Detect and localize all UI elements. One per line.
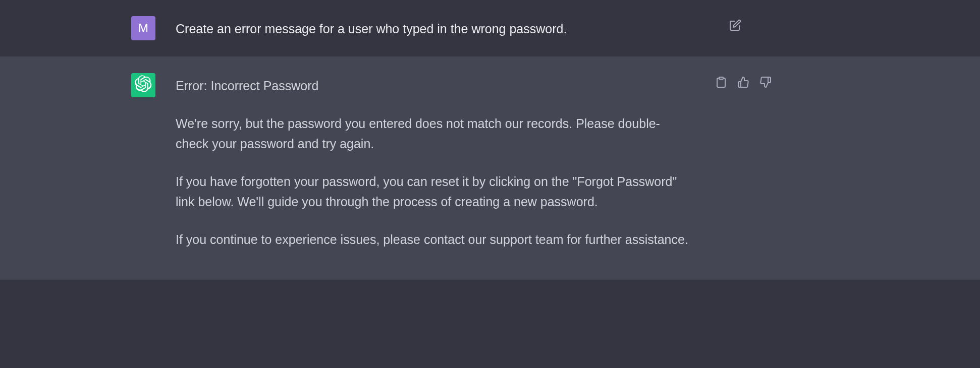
user-message-text: Create an error message for a user who t…	[176, 16, 691, 40]
assistant-para-3: If you continue to experience issues, pl…	[176, 229, 691, 250]
thumbs-down-icon[interactable]	[759, 76, 772, 89]
edit-icon[interactable]	[729, 19, 742, 32]
assistant-message-inner: Error: Incorrect Password We're sorry, b…	[131, 73, 777, 250]
assistant-para-1: We're sorry, but the password you entere…	[176, 113, 691, 154]
assistant-message-row: Error: Incorrect Password We're sorry, b…	[0, 57, 980, 280]
clipboard-icon[interactable]	[715, 76, 728, 89]
svg-rect-0	[719, 77, 723, 79]
assistant-heading: Error: Incorrect Password	[176, 76, 691, 96]
assistant-avatar	[131, 73, 155, 97]
user-message-actions	[712, 16, 777, 40]
openai-logo-icon	[135, 75, 152, 95]
user-message-row: M Create an error message for a user who…	[0, 0, 980, 57]
user-message-inner: M Create an error message for a user who…	[131, 16, 777, 40]
user-avatar-letter: M	[138, 21, 148, 35]
user-avatar: M	[131, 16, 155, 40]
thumbs-up-icon[interactable]	[737, 76, 750, 89]
assistant-message-actions	[712, 73, 777, 250]
assistant-message-text: Error: Incorrect Password We're sorry, b…	[176, 73, 691, 250]
assistant-para-2: If you have forgotten your password, you…	[176, 171, 691, 212]
